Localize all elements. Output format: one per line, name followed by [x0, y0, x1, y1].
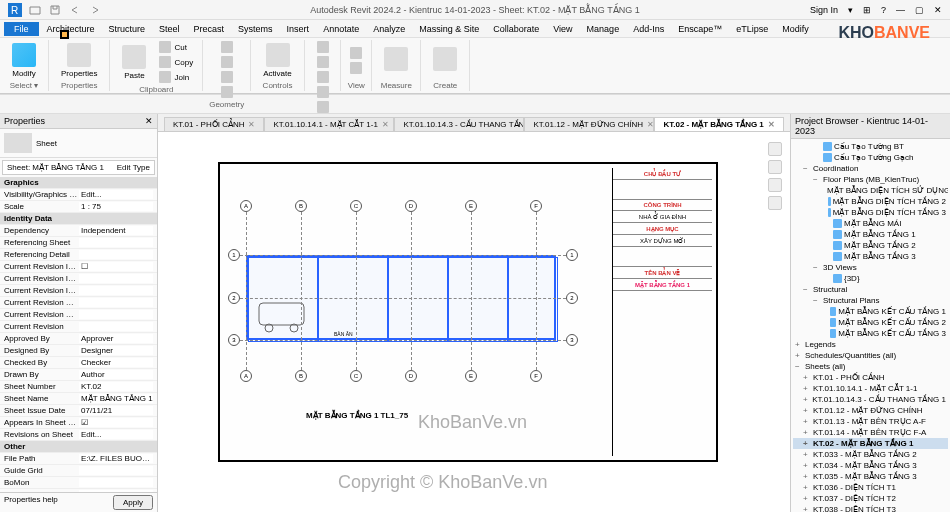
tab-close-icon[interactable]: ✕: [768, 120, 775, 129]
menu-addins[interactable]: Add-Ins: [627, 22, 670, 36]
props-row[interactable]: Current Revision Issued To: [0, 285, 157, 297]
undo-icon[interactable]: [68, 3, 82, 17]
ribbon-btn-tool[interactable]: [218, 40, 236, 54]
menu-etlipse[interactable]: eTLipse: [730, 22, 774, 36]
props-row[interactable]: Current Revision: [0, 321, 157, 333]
ribbon-btn-tool[interactable]: [314, 100, 332, 114]
props-row[interactable]: Current Revision Descripti...: [0, 309, 157, 321]
tree-toggle-icon[interactable]: +: [803, 395, 810, 404]
tree-toggle-icon[interactable]: +: [803, 439, 811, 448]
browser-header[interactable]: Project Browser - Kientruc 14-01-2023: [791, 114, 950, 139]
signin-dropdown-icon[interactable]: ▾: [848, 5, 853, 15]
tab-close-icon[interactable]: ✕: [248, 120, 255, 129]
tree-item[interactable]: +Legends: [793, 339, 948, 350]
props-row[interactable]: Sheet NumberKT.02: [0, 381, 157, 393]
tree-toggle-icon[interactable]: −: [795, 362, 803, 371]
ribbon-btn-tool[interactable]: [314, 70, 332, 84]
ribbon-btn-copy[interactable]: Copy: [156, 55, 196, 69]
menu-systems[interactable]: Systems: [232, 22, 279, 36]
props-row[interactable]: Sheet NameMẶT BẰNG TẦNG 1: [0, 393, 157, 405]
tree-toggle-icon[interactable]: +: [803, 406, 811, 415]
tree-item[interactable]: −Coordination: [793, 163, 948, 174]
nav-zoom-icon[interactable]: [768, 196, 782, 210]
ribbon-btn-tool[interactable]: [427, 45, 463, 75]
tree-item[interactable]: MẶT BẰNG DIỆN TÍCH TẦNG 3: [793, 207, 948, 218]
help-icon[interactable]: ?: [881, 5, 886, 15]
ribbon-btn-join[interactable]: Join: [156, 70, 196, 84]
tree-item[interactable]: −Floor Plans (MB_KienTruc): [793, 174, 948, 185]
tree-toggle-icon[interactable]: +: [803, 373, 811, 382]
view-tab[interactable]: KT.01.12 - MẶT ĐỨNG CHÍNH✕: [524, 117, 654, 131]
props-row[interactable]: Appears In Sheet List☑: [0, 417, 157, 429]
tree-item[interactable]: −3D Views: [793, 262, 948, 273]
tree-item[interactable]: +KT.037 - DIỆN TÍCH T2: [793, 493, 948, 504]
props-row[interactable]: Current Revision Issued By: [0, 273, 157, 285]
ribbon-btn-tool[interactable]: [378, 45, 414, 75]
view-tab[interactable]: KT.01.10.14.3 - CẦU THANG TẦNG 1✕: [394, 117, 524, 131]
type-name[interactable]: Sheet: [36, 139, 57, 148]
menu-precast[interactable]: Precast: [188, 22, 231, 36]
tree-item[interactable]: −Structural: [793, 284, 948, 295]
view-tab[interactable]: KT.01.10.14.1 - MẶT CẮT 1-1✕: [264, 117, 394, 131]
tree-toggle-icon[interactable]: −: [803, 164, 811, 173]
menu-file[interactable]: File: [4, 22, 39, 36]
tree-toggle-icon[interactable]: +: [803, 461, 811, 470]
tree-toggle-icon[interactable]: +: [803, 494, 811, 503]
tree-item[interactable]: +KT.01 - PHỐI CẢNH: [793, 372, 948, 383]
tree-toggle-icon[interactable]: −: [813, 296, 821, 305]
props-row[interactable]: Current Revision Issued☐: [0, 261, 157, 273]
tree-toggle-icon[interactable]: +: [803, 417, 811, 426]
ribbon-btn-modify[interactable]: Modify: [6, 41, 42, 80]
menu-manage[interactable]: Manage: [581, 22, 626, 36]
tree-item[interactable]: Cấu Tạo Tường BT: [793, 141, 948, 152]
open-icon[interactable]: [28, 3, 42, 17]
drawing-canvas[interactable]: BÀN ĂN MẶT BẰNG TẦNG 1 TL1_75 AABBCCDDEE…: [158, 132, 790, 512]
ribbon-btn-tool[interactable]: [218, 70, 236, 84]
close-panel-icon[interactable]: ✕: [145, 116, 153, 126]
tree-toggle-icon[interactable]: +: [803, 450, 811, 459]
maximize-icon[interactable]: ▢: [915, 5, 924, 15]
props-row[interactable]: Referencing Detail: [0, 249, 157, 261]
minimize-icon[interactable]: —: [896, 5, 905, 15]
ribbon-btn-tool[interactable]: [218, 55, 236, 69]
props-section-other[interactable]: Other: [0, 441, 157, 453]
menu-analyze[interactable]: Analyze: [367, 22, 411, 36]
props-row[interactable]: Scale1 : 75: [0, 201, 157, 213]
tree-toggle-icon[interactable]: +: [803, 428, 811, 437]
tree-item[interactable]: MẶT BẰNG TẦNG 3: [793, 251, 948, 262]
save-icon[interactable]: [48, 3, 62, 17]
tree-item[interactable]: MẶT BẰNG KẾT CẤU TẦNG 2: [793, 317, 948, 328]
ribbon-btn-tool[interactable]: [347, 46, 365, 60]
tree-toggle-icon[interactable]: +: [803, 483, 811, 492]
menu-architecture[interactable]: Architecture: [41, 22, 101, 36]
apply-button[interactable]: Apply: [113, 495, 153, 510]
tree-item[interactable]: +KT.034 - MẶT BẰNG TẦNG 3: [793, 460, 948, 471]
tree-item[interactable]: +KT.01.10.14.3 - CẦU THANG TẦNG 1: [793, 394, 948, 405]
tab-close-icon[interactable]: ✕: [647, 120, 654, 129]
tree-item[interactable]: MẶT BẰNG TẦNG 2: [793, 240, 948, 251]
menu-steel[interactable]: Steel: [153, 22, 186, 36]
tree-item[interactable]: +KT.01.14 - MẶT BÊN TRỤC F-A: [793, 427, 948, 438]
tree-toggle-icon[interactable]: −: [803, 285, 811, 294]
menu-annotate[interactable]: Annotate: [317, 22, 365, 36]
props-row[interactable]: Designed ByDesigner: [0, 345, 157, 357]
tree-item[interactable]: +KT.038 - DIỆN TÍCH T3: [793, 504, 948, 512]
props-row[interactable]: Approved ByApprover: [0, 333, 157, 345]
props-row[interactable]: File PathE:\Z. FILES BUON BAN\NH...: [0, 453, 157, 465]
menu-structure[interactable]: Structure: [103, 22, 152, 36]
menu-view[interactable]: View: [547, 22, 578, 36]
tree-item[interactable]: MẶT BẰNG DIỆN TÍCH SỬ DỤNG BẰN: [793, 185, 948, 196]
tree-toggle-icon[interactable]: +: [795, 351, 803, 360]
menu-massingsite[interactable]: Massing & Site: [413, 22, 485, 36]
props-row[interactable]: Current Revision Date: [0, 297, 157, 309]
ribbon-btn-activate[interactable]: Activate: [257, 41, 297, 80]
tree-item[interactable]: +KT.01.12 - MẶT ĐỨNG CHÍNH: [793, 405, 948, 416]
tree-item[interactable]: +KT.033 - MẶT BẰNG TẦNG 2: [793, 449, 948, 460]
redo-icon[interactable]: [88, 3, 102, 17]
tree-item[interactable]: +Schedules/Quantities (all): [793, 350, 948, 361]
tree-item[interactable]: Cấu Tạo Tường Gạch: [793, 152, 948, 163]
props-row[interactable]: Guide Grid: [0, 465, 157, 477]
properties-header[interactable]: Properties ✕: [0, 114, 157, 129]
ribbon-btn-tool[interactable]: [218, 85, 236, 99]
signin-button[interactable]: Sign In: [810, 5, 838, 15]
